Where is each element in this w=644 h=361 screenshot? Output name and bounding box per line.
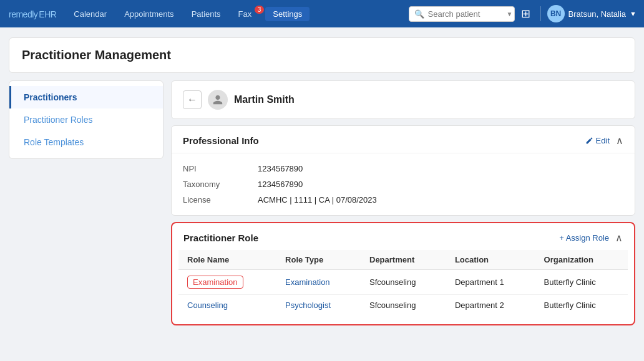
role-table: Role Name Role Type Department Location … xyxy=(178,250,628,315)
fax-badge: 3 xyxy=(255,6,265,14)
nav-patients[interactable]: Patients xyxy=(184,7,228,21)
table-row: Examination Examination Sfcounseling Dep… xyxy=(178,270,628,295)
role-table-header-row: Role Name Role Type Department Location … xyxy=(178,250,628,270)
npi-row: NPI 1234567890 xyxy=(183,161,623,176)
nav-divider xyxy=(540,6,541,21)
row1-location: Department 1 xyxy=(446,270,535,295)
role-card-header: Practitioner Role + Assign Role ∧ xyxy=(172,223,634,250)
row2-organization: Butterfly Clinic xyxy=(535,295,628,316)
page-title-card: Practitioner Management xyxy=(9,37,635,73)
logo: remedlyEHR xyxy=(7,7,56,21)
license-label: License xyxy=(183,195,258,205)
row2-department: Sfcounseling xyxy=(361,295,446,316)
back-button[interactable]: ← xyxy=(183,90,202,109)
row1-role-name[interactable]: Examination xyxy=(178,270,276,295)
practitioner-name: Martin Smith xyxy=(234,94,295,105)
row2-role-name[interactable]: Counseling xyxy=(178,295,276,316)
professional-info-body: NPI 1234567890 Taxonomy 1234567890 Licen… xyxy=(172,153,635,215)
npi-label: NPI xyxy=(183,164,258,173)
nav-appointments[interactable]: Appointments xyxy=(117,7,182,21)
edit-button[interactable]: Edit xyxy=(585,136,610,145)
top-nav: remedlyEHR Calendar Appointments Patient… xyxy=(0,0,644,27)
professional-info-actions: Edit ∧ xyxy=(585,135,623,147)
assign-role-button[interactable]: + Assign Role xyxy=(559,233,609,243)
avatar: BN xyxy=(547,5,565,22)
row2-location: Department 2 xyxy=(446,295,535,316)
nav-settings[interactable]: Settings xyxy=(265,7,310,21)
practitioner-role-card: Practitioner Role + Assign Role ∧ Role N… xyxy=(171,222,635,325)
professional-info-card: Professional Info Edit ∧ NPI 1234567890 xyxy=(171,125,635,216)
license-value: ACMHC | 1111 | CA | 07/08/2023 xyxy=(258,195,377,205)
row1-department: Sfcounseling xyxy=(361,270,446,295)
search-input[interactable] xyxy=(428,9,503,19)
role-table-wrapper: Role Name Role Type Department Location … xyxy=(172,250,634,324)
sidebar: Practitioners Practitioner Roles Role Te… xyxy=(9,80,163,159)
main-content: ← Martin Smith Professional Info Edit ∧ xyxy=(171,80,635,325)
sidebar-item-practitioner-roles[interactable]: Practitioner Roles xyxy=(9,108,163,131)
taxonomy-value: 1234567890 xyxy=(258,180,303,189)
row1-organization: Butterfly Clinic xyxy=(535,270,628,295)
search-chevron-icon: ▼ xyxy=(507,11,513,17)
sidebar-item-role-templates[interactable]: Role Templates xyxy=(9,131,163,153)
sidebar-item-practitioners[interactable]: Practitioners xyxy=(9,86,163,108)
collapse-button[interactable]: ∧ xyxy=(616,135,623,147)
taxonomy-label: Taxonomy xyxy=(183,180,258,189)
nav-calendar[interactable]: Calendar xyxy=(66,7,114,21)
user-chevron-icon: ▼ xyxy=(630,10,637,17)
search-bar[interactable]: 🔍 ▼ xyxy=(409,6,515,22)
role-card-title: Practitioner Role xyxy=(183,233,258,243)
taxonomy-row: Taxonomy 1234567890 xyxy=(183,176,623,192)
practitioner-header-card: ← Martin Smith xyxy=(171,80,635,119)
professional-info-title: Professional Info xyxy=(183,135,259,146)
professional-info-header: Professional Info Edit ∧ xyxy=(172,126,635,153)
search-icon: 🔍 xyxy=(414,9,424,19)
npi-value: 1234567890 xyxy=(258,164,303,173)
grid-icon[interactable]: ⊞ xyxy=(521,7,530,21)
col-role-name: Role Name xyxy=(178,250,276,270)
row2-role-type: Psychologist xyxy=(276,295,361,316)
role-collapse-button[interactable]: ∧ xyxy=(615,232,623,244)
practitioner-avatar xyxy=(208,90,228,110)
row1-role-type: Examination xyxy=(276,270,361,295)
license-row: License ACMHC | 1111 | CA | 07/08/2023 xyxy=(183,192,623,208)
table-row: Counseling Psychologist Sfcounseling Dep… xyxy=(178,295,628,316)
user-name: Bratsun, Natalia xyxy=(568,9,627,19)
page-title: Practitioner Management xyxy=(22,48,622,62)
nav-fax[interactable]: Fax 3 xyxy=(231,7,263,21)
col-location: Location xyxy=(446,250,535,270)
col-role-type: Role Type xyxy=(276,250,361,270)
col-organization: Organization xyxy=(535,250,628,270)
user-menu[interactable]: BN Bratsun, Natalia ▼ xyxy=(547,5,637,22)
col-department: Department xyxy=(361,250,446,270)
